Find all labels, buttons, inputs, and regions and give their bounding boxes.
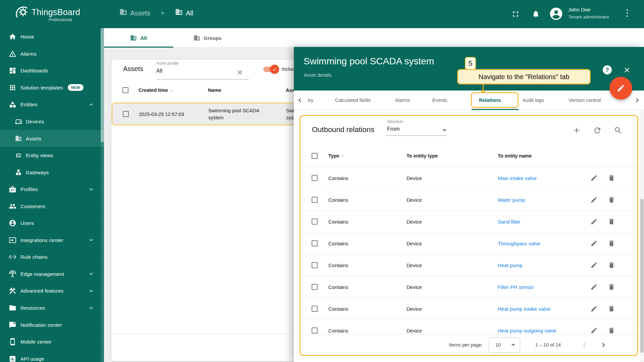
row-checkbox[interactable] — [123, 111, 129, 117]
row-checkbox[interactable] — [312, 306, 318, 312]
row-checkbox[interactable] — [312, 197, 318, 203]
column-to-entity-name[interactable]: To entity name — [498, 153, 590, 159]
relation-row[interactable]: Contains Device Water pump — [301, 189, 637, 211]
sidebar-item-assets[interactable]: Assets — [0, 130, 104, 147]
sort-desc-icon[interactable]: ↓ — [170, 87, 172, 93]
edit-icon[interactable] — [590, 261, 598, 269]
panel-scrollbar[interactable] — [640, 110, 644, 362]
notifications-bell-icon[interactable] — [532, 10, 540, 18]
entity-link[interactable]: Water pump — [498, 197, 590, 203]
sidebar-item-mobile-center[interactable]: Mobile center — [0, 333, 104, 350]
direction-select[interactable]: From — [387, 126, 399, 132]
entity-link[interactable]: Heat pump intake valve — [498, 306, 590, 312]
user-avatar[interactable] — [549, 7, 563, 20]
sidebar-item-gateways[interactable]: Gateways — [0, 164, 104, 181]
edit-fab-button[interactable] — [609, 77, 632, 100]
edit-icon[interactable] — [590, 240, 598, 247]
tab-groups[interactable]: Groups — [173, 28, 242, 48]
sidebar-item-alarms[interactable]: Alarms — [0, 45, 104, 62]
sidebar-scrollbar-thumb[interactable] — [101, 28, 104, 142]
sort-asc-icon[interactable]: ↑ — [341, 153, 344, 159]
close-icon[interactable] — [623, 66, 631, 74]
row-checkbox[interactable] — [312, 219, 318, 225]
relation-row[interactable]: Contains Device Heat pump intake valve — [301, 298, 637, 320]
edit-icon[interactable] — [590, 218, 598, 225]
add-relation-icon[interactable] — [572, 126, 581, 135]
previous-page-icon[interactable] — [580, 341, 589, 349]
edit-icon[interactable] — [590, 305, 598, 312]
dropdown-caret-icon[interactable] — [442, 129, 446, 131]
tab-version-control[interactable]: Version control — [569, 90, 601, 110]
entity-link[interactable]: Throughpass valve — [498, 241, 590, 246]
sidebar-item-resources[interactable]: Resources — [0, 299, 104, 316]
edit-icon[interactable] — [590, 196, 598, 203]
tab-telemetry-truncated[interactable]: try — [308, 90, 313, 110]
sidebar-item-integrations-center[interactable]: Integrations center — [0, 232, 104, 249]
row-checkbox[interactable] — [312, 262, 318, 268]
relation-row[interactable]: Contains Device Sand filter — [301, 211, 637, 233]
next-page-icon[interactable] — [599, 341, 608, 349]
tab-calculated-fields[interactable]: Calculated fields — [335, 90, 371, 110]
row-checkbox[interactable] — [312, 175, 318, 181]
row-checkbox[interactable] — [312, 327, 318, 334]
panel-scrollbar-thumb[interactable] — [640, 199, 644, 353]
sidebar-item-notification-center[interactable]: Notification center — [0, 316, 104, 333]
tab-alarms[interactable]: Alarms — [395, 90, 410, 110]
relation-row[interactable]: Contains Device Heat pump — [301, 254, 637, 276]
clear-filter-icon[interactable] — [236, 69, 244, 76]
sidebar-item-devices[interactable]: Devices — [0, 113, 104, 130]
delete-icon[interactable] — [608, 218, 615, 225]
select-all-checkbox[interactable] — [312, 153, 318, 159]
items-per-page-select[interactable]: 10 — [489, 337, 520, 353]
entity-link[interactable]: Main intake valve — [498, 175, 590, 181]
delete-icon[interactable] — [608, 283, 615, 291]
sidebar-item-home[interactable]: Home — [0, 28, 104, 45]
relation-row[interactable]: Contains Device Filter PH sensor — [301, 276, 637, 298]
entity-link[interactable]: Sand filter — [498, 219, 590, 225]
tab-relations[interactable]: Relations — [479, 90, 501, 110]
sidebar-item-users[interactable]: Users — [0, 215, 104, 232]
delete-icon[interactable] — [608, 327, 615, 334]
delete-icon[interactable] — [608, 261, 615, 269]
entity-link[interactable]: Filter PH sensor — [498, 284, 590, 290]
edit-icon[interactable] — [590, 283, 598, 291]
sidebar-item-edge-management[interactable]: Edge management — [0, 265, 104, 283]
column-name[interactable]: Name — [208, 87, 221, 93]
row-checkbox[interactable] — [312, 284, 318, 290]
fullscreen-icon[interactable] — [511, 10, 520, 18]
sidebar-scrollbar[interactable] — [101, 28, 104, 362]
refresh-icon[interactable] — [593, 126, 602, 135]
delete-icon[interactable] — [608, 240, 615, 247]
entity-link[interactable]: Heat pump — [498, 262, 590, 268]
sidebar-item-profiles[interactable]: Profiles — [0, 181, 104, 198]
tabs-scroll-left-icon[interactable] — [296, 96, 304, 104]
toggle-check-icon[interactable] — [270, 65, 279, 74]
row-checkbox[interactable] — [312, 240, 318, 246]
relation-row[interactable]: Contains Device Main intake valve — [301, 167, 637, 189]
delete-icon[interactable] — [608, 305, 615, 312]
entity-link[interactable]: Heat pump outgoing valve — [498, 328, 590, 334]
tabs-scroll-right-icon[interactable] — [633, 96, 641, 104]
asset-profile-select[interactable]: All — [156, 68, 162, 74]
sidebar-item-customers[interactable]: Customers — [0, 197, 104, 215]
help-icon[interactable]: ? — [603, 65, 612, 74]
sidebar-item-rule-chains[interactable]: Rule chains — [0, 248, 104, 265]
sidebar-item-solution-templates[interactable]: Solution templates NEW — [0, 79, 104, 96]
sidebar-item-entity-views[interactable]: Entity views — [0, 147, 104, 164]
tab-events[interactable]: Events — [432, 90, 447, 110]
edit-icon[interactable] — [590, 174, 598, 182]
sidebar-item-dashboards[interactable]: Dashboards — [0, 62, 104, 79]
sidebar-item-advanced-features[interactable]: Advanced features — [0, 282, 104, 299]
sidebar-item-api-usage[interactable]: API usage — [0, 350, 104, 362]
breadcrumb-item-all[interactable]: All — [186, 9, 193, 17]
tab-audit-logs[interactable]: Audit logs — [523, 90, 544, 110]
edit-icon[interactable] — [590, 327, 598, 334]
relation-row[interactable]: Contains Device Heat pump outgoing valve — [301, 320, 637, 336]
relation-row[interactable]: Contains Device Throughpass valve — [301, 233, 637, 254]
delete-icon[interactable] — [608, 174, 615, 182]
breadcrumb-item-assets[interactable]: Assets — [130, 9, 150, 17]
search-icon[interactable] — [614, 126, 623, 135]
kebab-menu-icon[interactable] — [626, 9, 629, 18]
sidebar-item-entities[interactable]: Entities — [0, 96, 104, 113]
delete-icon[interactable] — [608, 196, 615, 203]
